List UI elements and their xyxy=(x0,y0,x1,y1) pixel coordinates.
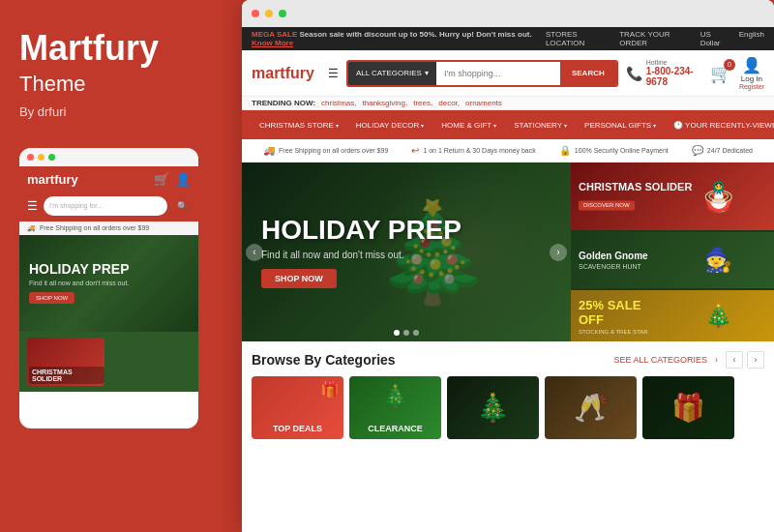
nav-item-home[interactable]: HOME & GIFT ▾ xyxy=(433,110,504,139)
trending-tag-decor[interactable]: decor, xyxy=(438,99,460,107)
language-select[interactable]: English xyxy=(739,30,764,47)
mobile-search-placeholder: I'm shopping for... xyxy=(49,202,103,209)
nav-item-christmas[interactable]: CHRISTMAS STORE ▾ xyxy=(252,110,346,139)
mobile-user-icon[interactable]: 👤 xyxy=(175,172,191,187)
theme-subtitle: Theme xyxy=(19,72,213,97)
track-order-link[interactable]: TRACK YOUR ORDER xyxy=(619,30,690,47)
side-card-christmas-soldier[interactable]: CHRISTMAS SOLIDER DISCOVER NOW 🪆 xyxy=(571,163,774,230)
discover-button[interactable]: DISCOVER NOW xyxy=(579,201,635,211)
side-card-1-title: CHRISTMAS SOLIDER xyxy=(579,181,692,193)
browse-section: Browse By Categories SEE ALL CATEGORIES … xyxy=(242,341,774,447)
mobile-cat-card[interactable]: CHRISTMAS SOLIDER xyxy=(27,338,104,386)
cart-count: 0 xyxy=(724,59,735,71)
mobile-browser-dots xyxy=(19,148,198,166)
cat-decoration-1: 🎁 xyxy=(320,380,340,399)
cat-label-clearance: CLEARANCE xyxy=(349,424,441,433)
hero-next-button[interactable]: › xyxy=(550,244,567,261)
stores-location-link[interactable]: STORES LOCATION xyxy=(546,30,610,47)
category-top-deals[interactable]: 🎁 TOP DEALS xyxy=(252,376,343,439)
mobile-hamburger-icon[interactable]: ☰ xyxy=(27,199,38,213)
nav-chevron-home: ▾ xyxy=(493,122,496,129)
nav-item-personal[interactable]: PERSONAL GIFTS ▾ xyxy=(577,110,664,139)
feature-shipping: 🚚 Free Shipping on all orders over $99 xyxy=(263,145,388,156)
nav-item-stationery[interactable]: STATIONERY ▾ xyxy=(506,110,575,139)
side-card-golden-gnome[interactable]: Golden Gnome SCAVENGER HUNT 🧙 xyxy=(571,232,774,288)
nav-christmas-label: CHRISTMAS STORE xyxy=(259,121,334,130)
nav-item-recently[interactable]: 🕐 YOUR RECENTLY-VIEWED xyxy=(666,121,774,130)
search-input[interactable] xyxy=(436,62,560,85)
hamburger-icon[interactable]: ☰ xyxy=(328,67,339,80)
account-button[interactable]: 👤 Log In Register xyxy=(739,56,764,90)
section-header: Browse By Categories SEE ALL CATEGORIES … xyxy=(252,351,764,369)
nav-chevron-stationery: ▾ xyxy=(564,122,567,129)
account-login-label: Log In xyxy=(739,74,764,83)
trending-label: TRENDING NOW: xyxy=(252,99,315,107)
search-cat-label: ALL CATEGORIES xyxy=(356,69,422,77)
search-button[interactable]: SEARCH xyxy=(560,62,616,85)
nav-chevron-holiday: ▾ xyxy=(421,122,424,129)
trending-tag-ornaments[interactable]: ornaments xyxy=(465,99,502,107)
cat-label-top-deals: TOP DEALS xyxy=(252,424,343,433)
category-3[interactable]: 🎄 xyxy=(447,376,539,439)
nav-holiday-label: HOLIDAY DECOR xyxy=(356,121,420,130)
see-all-button[interactable]: SEE ALL CATEGORIES xyxy=(613,355,707,365)
mobile-promo-icon: 🚚 xyxy=(27,224,36,232)
gnome-image: 🧙 xyxy=(663,232,775,288)
mobile-header: martfury 🛒 👤 xyxy=(19,166,198,192)
truck-icon: 🚚 xyxy=(263,145,275,156)
mobile-cart-icon[interactable]: 🛒 xyxy=(154,172,169,187)
trending-tag-thanksgiving[interactable]: thanksgiving, xyxy=(363,99,408,107)
left-panel: Martfury Theme By drfuri martfury 🛒 👤 ☰ … xyxy=(0,0,232,532)
right-panel: MEGA SALE Season sale with discount up t… xyxy=(242,0,774,532)
search-category-dropdown[interactable]: ALL CATEGORIES ▾ xyxy=(348,62,436,85)
browser-bar xyxy=(242,0,774,27)
feature-security-text: 100% Security Online Payment xyxy=(575,147,669,154)
mobile-search-button[interactable]: 🔍 xyxy=(173,197,191,215)
side-card-3-sub: STOCKING & TREE STAR xyxy=(579,329,648,335)
category-4[interactable]: 🥂 xyxy=(545,376,637,439)
mobile-search-bar[interactable]: I'm shopping for... xyxy=(44,196,167,216)
category-5[interactable]: 🎁 xyxy=(642,376,734,439)
mobile-promo-text: Free Shipping on all orders over $99 xyxy=(40,224,149,231)
currency-select[interactable]: US Dollar xyxy=(700,30,729,47)
mega-sale-label: MEGA SALE xyxy=(252,30,297,39)
mobile-category: CHRISTMAS SOLIDER xyxy=(19,332,198,392)
mobile-hero-text: HOLIDAY PREP Find it all now and don't m… xyxy=(19,254,138,310)
desktop-nav: CHRISTMAS STORE ▾ HOLIDAY DECOR ▾ HOME &… xyxy=(242,110,774,139)
nav-item-holiday[interactable]: HOLIDAY DECOR ▾ xyxy=(348,110,432,139)
mobile-header-icons: 🛒 👤 xyxy=(154,172,191,187)
side-card-2-text: Golden Gnome SCAVENGER HUNT xyxy=(579,251,648,270)
mobile-promo-bar: 🚚 Free Shipping on all orders over $99 xyxy=(19,222,198,235)
desktop-logo[interactable]: martfury xyxy=(252,65,314,82)
feature-shipping-text: Free Shipping on all orders over $99 xyxy=(279,147,388,154)
hero-sub: Find it all now and don't miss out. xyxy=(261,250,461,260)
feature-return-text: 1 on 1 Return & 30 Days money back xyxy=(423,147,535,154)
mega-sale-link[interactable]: Know More xyxy=(252,39,293,47)
stocking-image: 🎄 xyxy=(663,290,775,341)
section-nav: ‹ › xyxy=(726,351,764,369)
trending-tag-trees[interactable]: trees, xyxy=(413,99,432,107)
desktop-top-links: STORES LOCATION TRACK YOUR ORDER US Doll… xyxy=(546,30,764,47)
section-controls: SEE ALL CATEGORIES › ‹ › xyxy=(613,351,764,369)
side-card-3-off: OFF xyxy=(579,312,648,328)
browser-dot-yellow xyxy=(265,10,273,17)
side-card-1-text: CHRISTMAS SOLIDER DISCOVER NOW xyxy=(579,181,692,211)
mobile-preview: martfury 🛒 👤 ☰ I'm shopping for... 🔍 🚚 F… xyxy=(19,148,198,429)
clock-icon: 🕐 xyxy=(673,121,683,130)
categories-prev-button[interactable]: ‹ xyxy=(726,351,743,369)
trending-tag-christmas[interactable]: christmas, xyxy=(321,99,356,107)
hero-shop-button[interactable]: SHOP NOW xyxy=(261,269,337,288)
hero-prev-button[interactable]: ‹ xyxy=(246,244,263,261)
mobile-shop-button[interactable]: SHOP NOW xyxy=(29,292,74,304)
feature-support: 💬 24/7 Dedicated xyxy=(692,145,753,156)
browser-dot-red xyxy=(252,10,259,17)
categories-next-button[interactable]: › xyxy=(747,351,764,369)
hotline-number[interactable]: 1-800-234-9678 xyxy=(646,66,702,87)
mobile-hero-title: HOLIDAY PREP xyxy=(29,262,129,277)
categories-row: 🎁 TOP DEALS 🎄 CLEARANCE 🎄 🥂 🎁 xyxy=(252,376,764,439)
side-card-sale[interactable]: 25% SALE OFF STOCKING & TREE STAR 🎄 xyxy=(571,290,774,341)
chevron-down-icon: ▾ xyxy=(425,69,429,77)
cart-icon[interactable]: 🛒 0 xyxy=(710,63,731,84)
category-clearance[interactable]: 🎄 CLEARANCE xyxy=(349,376,441,439)
mega-sale-desc: Season sale with discount up to 50%. Hur… xyxy=(300,30,532,39)
